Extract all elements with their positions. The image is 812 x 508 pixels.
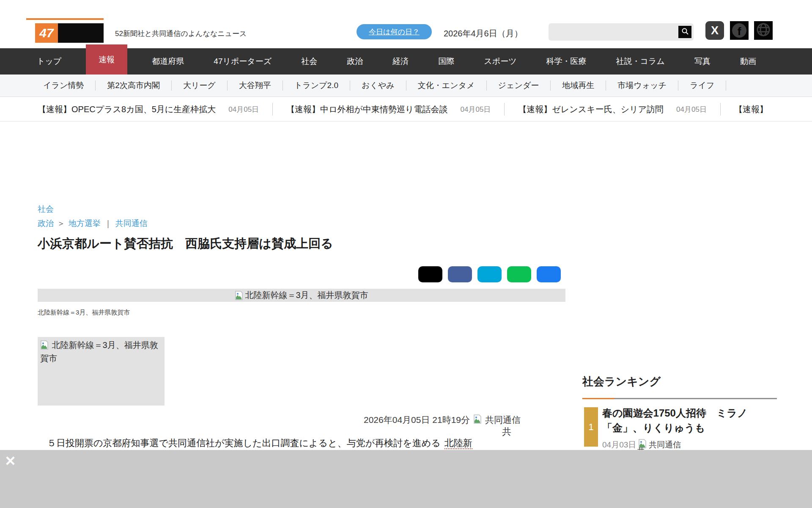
nav-item-video[interactable]: 動画: [735, 48, 761, 75]
search-box: [549, 23, 694, 41]
share-button-facebook[interactable]: [448, 266, 472, 282]
ticker-date: 04月05日: [461, 105, 491, 114]
ticker-item[interactable]: 【速報】ゼレンスキー氏、シリア訪問 04月05日: [518, 103, 721, 116]
ticker-title: 【速報】: [734, 104, 768, 115]
main-navigation: トップ 速報 都道府県 47リポーターズ 社会 政治 経済 国際 スポーツ 科学…: [0, 48, 812, 75]
ranking-item-source: 共同通信: [649, 439, 681, 450]
breadcrumb-kyodo[interactable]: 共同通信: [115, 218, 148, 229]
ticker-title: 【速報】OPECプラス8カ国、5月に生産枠拡大: [38, 104, 216, 115]
share-button-line[interactable]: [507, 266, 531, 282]
facebook-icon: f: [732, 23, 746, 38]
topic-item-iran[interactable]: イラン情勢: [32, 80, 96, 91]
share-button-misc[interactable]: [537, 266, 561, 282]
bottom-ad-overlay: ✕: [0, 450, 812, 508]
topic-item-okuyami[interactable]: おくやみ: [350, 80, 406, 91]
ranking-item-date: 04月03日: [602, 439, 636, 450]
share-button-row: [418, 266, 562, 282]
sidebar-ranking-rule: [582, 398, 777, 399]
globe-social-icon[interactable]: [754, 21, 773, 40]
topic-item-regional[interactable]: 地域再生: [551, 80, 606, 91]
search-button[interactable]: [678, 26, 691, 38]
topic-item-ohtani[interactable]: 大谷翔平: [228, 80, 283, 91]
broken-image-icon: [235, 291, 243, 302]
nav-item-sokuho[interactable]: 速報: [86, 44, 127, 75]
site-logo[interactable]: 47: [35, 23, 104, 43]
logo-47-badge: 47: [35, 23, 58, 43]
article-hero-image-placeholder: 北陸新幹線＝3月、福井県敦賀市: [38, 289, 565, 302]
overlay-close-button[interactable]: ✕: [5, 454, 16, 468]
breaking-news-ticker: 【速報】OPECプラス8カ国、5月に生産枠拡大 04月05日 【速報】中ロ外相が…: [0, 97, 812, 121]
today-topic-button[interactable]: 今日は何の日？: [357, 24, 432, 39]
ranking-item-title[interactable]: 春の園遊会1750人招待 ミラノ「金」、りくりゅうも: [602, 406, 776, 435]
sidebar-ranking-heading: 社会ランキング: [582, 374, 661, 389]
nav-item-editorial-column[interactable]: 社説・コラム: [611, 48, 670, 75]
hero-image-caption: 北陸新幹線＝3月、福井県敦賀市: [38, 309, 130, 317]
keyword-link-hokuriku[interactable]: 北陸新: [444, 438, 472, 449]
nav-item-sports[interactable]: スポーツ: [479, 48, 521, 75]
source-label: 共同通信: [485, 414, 521, 426]
share-button-hatena[interactable]: [477, 266, 502, 282]
broken-image-icon: [40, 340, 52, 350]
brand-accent-line: [26, 18, 104, 20]
breadcrumb-local-election[interactable]: 地方選挙: [69, 218, 101, 229]
search-icon: [681, 28, 689, 36]
facebook-social-icon[interactable]: f: [730, 21, 749, 40]
nav-item-photo[interactable]: 写真: [689, 48, 716, 75]
ticker-date: 04月05日: [228, 105, 259, 114]
ticker-item[interactable]: 【速報】: [734, 103, 782, 116]
hero-image-alt-text: 北陸新幹線＝3月、福井県敦賀市: [245, 289, 368, 302]
topic-item-market[interactable]: 市場ウォッチ: [606, 80, 678, 91]
publish-datetime: 2026年04月05日 21時19分: [364, 414, 470, 426]
article-thumb-image-placeholder[interactable]: 北陸新幹線＝3月、福井県敦賀市: [38, 337, 165, 406]
ticker-title: 【速報】中ロ外相が中東情勢巡り電話会談: [286, 104, 447, 115]
x-social-icon[interactable]: X: [705, 21, 724, 40]
topic-item-culture[interactable]: 文化・エンタメ: [406, 80, 487, 91]
thumb-image-alt-text: 北陸新幹線＝3月、福井県敦賀市: [40, 340, 158, 363]
nav-item-politics[interactable]: 政治: [342, 48, 368, 75]
article-body-lead: ５日投開票の京都府知事選で共同通信社が実施した出口調査によると、与党が再検討を進…: [38, 438, 441, 448]
nav-item-reporters[interactable]: 47リポーターズ: [208, 48, 277, 75]
breadcrumb-separator: ＞: [57, 218, 65, 229]
ticker-title: 【速報】ゼレンスキー氏、シリア訪問: [518, 104, 664, 115]
page: 47 52新聞社と共同通信のよんななニュース 今日は何の日？ 2026年4月6日…: [0, 0, 812, 508]
logo-news-block: [58, 23, 104, 43]
breadcrumb-politics[interactable]: 政治: [38, 218, 54, 229]
article-dateline: 2026年04月05日 21時19分 共同通信: [364, 414, 521, 426]
nav-item-economy[interactable]: 経済: [387, 48, 414, 75]
category-link-society[interactable]: 社会: [38, 204, 54, 215]
ticker-item[interactable]: 【速報】OPECプラス8カ国、5月に生産枠拡大 04月05日: [38, 103, 273, 116]
current-date: 2026年4月6日（月）: [444, 28, 523, 39]
topic-item-trump[interactable]: トランプ2.0: [283, 80, 350, 91]
topic-item-cabinet[interactable]: 第2次高市内閣: [96, 80, 172, 91]
topic-item-gender[interactable]: ジェンダー: [487, 80, 551, 91]
article-body-text: ５日投開票の京都府知事選で共同通信社が実施した出口調査によると、与党が再検討を進…: [38, 436, 575, 450]
nav-item-top[interactable]: トップ: [32, 48, 66, 75]
search-input[interactable]: [549, 23, 678, 41]
ticker-date: 04月05日: [676, 105, 707, 114]
topic-item-mlb[interactable]: 大リーグ: [172, 80, 228, 91]
topic-item-life[interactable]: ライフ: [678, 80, 726, 91]
ticker-item[interactable]: 【速報】中ロ外相が中東情勢巡り電話会談 04月05日: [286, 103, 505, 116]
broken-image-icon: [473, 414, 482, 426]
nav-item-science-medical[interactable]: 科学・医療: [541, 48, 592, 75]
globe-icon: [756, 22, 771, 39]
share-button-x[interactable]: [418, 266, 442, 282]
article-title: 小浜京都ルート賛否拮抗 西脇氏支持層は賛成上回る: [38, 235, 333, 252]
nav-item-society[interactable]: 社会: [296, 48, 322, 75]
nav-item-prefectures[interactable]: 都道府県: [147, 48, 189, 75]
site-tagline: 52新聞社と共同通信のよんななニュース: [115, 29, 247, 39]
ranking-badge-1: 1: [584, 407, 598, 447]
breadcrumb: 政治 ＞ 地方選挙 ｜ 共同通信: [38, 218, 148, 229]
topic-navigation: イラン情勢 第2次高市内閣 大リーグ 大谷翔平 トランプ2.0 おくやみ 文化・…: [0, 75, 812, 97]
nav-item-international[interactable]: 国際: [433, 48, 459, 75]
breadcrumb-divider: ｜: [104, 218, 112, 229]
